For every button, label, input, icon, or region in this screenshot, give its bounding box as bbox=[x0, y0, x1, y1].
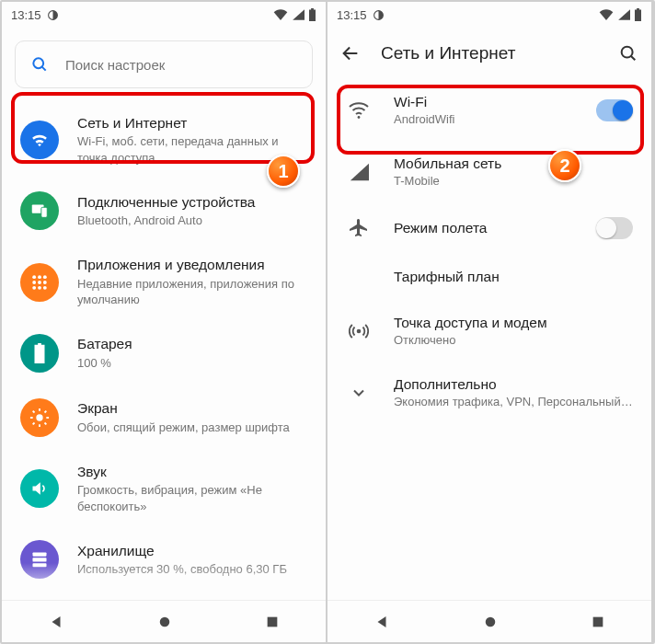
svg-line-21 bbox=[33, 422, 35, 424]
svg-point-9 bbox=[38, 281, 41, 284]
row-title: Сеть и Интернет bbox=[77, 114, 307, 132]
svg-point-5 bbox=[32, 275, 36, 279]
nav-bar bbox=[328, 600, 651, 642]
svg-point-33 bbox=[357, 328, 362, 333]
row-sub: Обои, спящий режим, размер шрифта bbox=[77, 420, 307, 436]
airplane-icon bbox=[346, 217, 372, 239]
svg-line-31 bbox=[631, 56, 635, 60]
row-sound[interactable]: Звук Громкость, вибрация, режим «Не бесп… bbox=[2, 450, 326, 527]
app-bar: Сеть и Интернет bbox=[328, 28, 651, 79]
svg-line-20 bbox=[45, 422, 47, 424]
svg-point-14 bbox=[36, 414, 42, 420]
svg-point-10 bbox=[43, 281, 47, 284]
storage-icon bbox=[20, 540, 59, 579]
network-screen: 13:15 Сеть и Интернет Wi-Fi AndroidWifi bbox=[328, 2, 653, 642]
row-storage[interactable]: Хранилище Используется 30 %, свободно 6,… bbox=[2, 527, 326, 592]
display-icon bbox=[20, 398, 59, 437]
row-wifi[interactable]: Wi-Fi AndroidWifi bbox=[328, 79, 651, 141]
svg-point-13 bbox=[43, 286, 47, 290]
row-title: Точка доступа и модем bbox=[394, 315, 633, 331]
devices-icon bbox=[20, 191, 59, 230]
row-title: Режим полета bbox=[394, 220, 574, 236]
nav-bar bbox=[2, 600, 326, 642]
network-list: Wi-Fi AndroidWifi Мобильная сеть T-Mobil… bbox=[328, 79, 651, 423]
svg-rect-4 bbox=[41, 208, 47, 218]
svg-point-7 bbox=[43, 275, 47, 279]
search-input[interactable] bbox=[65, 57, 297, 73]
row-advanced[interactable]: Дополнительно Экономия трафика, VPN, Пер… bbox=[328, 362, 651, 423]
row-sub: T-Mobile bbox=[394, 174, 633, 188]
settings-list: Сеть и Интернет Wi-Fi, моб. сети, переда… bbox=[2, 98, 326, 642]
search-settings[interactable] bbox=[15, 40, 313, 88]
nav-home-icon[interactable] bbox=[482, 614, 499, 630]
svg-point-1 bbox=[33, 58, 43, 68]
row-sub: Отключено bbox=[394, 333, 633, 347]
nav-back-icon[interactable] bbox=[373, 614, 390, 630]
wifi-status-icon bbox=[599, 9, 614, 20]
status-bar: 13:15 bbox=[328, 2, 651, 28]
page-title: Сеть и Интернет bbox=[381, 43, 515, 63]
status-notification-icon bbox=[373, 9, 385, 21]
row-title: Звук bbox=[77, 463, 307, 480]
settings-screen: 13:15 Сеть и Интернет Wi-Fi, моб. сети, … bbox=[2, 2, 328, 642]
row-sub: Wi-Fi, моб. сети, передача данных и точк… bbox=[77, 133, 307, 166]
row-title: Тарифный план bbox=[394, 269, 633, 285]
svg-point-32 bbox=[358, 116, 361, 119]
search-icon[interactable] bbox=[618, 43, 638, 63]
nav-back-icon[interactable] bbox=[48, 614, 64, 630]
status-time: 13:15 bbox=[11, 8, 41, 22]
hotspot-icon bbox=[346, 320, 372, 342]
battery-status-icon bbox=[308, 8, 316, 21]
row-sub: Используется 30 %, свободно 6,30 ГБ bbox=[77, 561, 307, 578]
row-apps[interactable]: Приложения и уведомления Недавние прилож… bbox=[2, 243, 326, 320]
airplane-toggle[interactable] bbox=[596, 217, 633, 239]
battery-status-icon bbox=[634, 8, 642, 21]
apps-icon bbox=[20, 263, 59, 302]
wifi-status-icon bbox=[273, 9, 288, 20]
svg-line-19 bbox=[33, 411, 35, 413]
back-icon[interactable] bbox=[340, 43, 361, 63]
row-display[interactable]: Экран Обои, спящий режим, размер шрифта bbox=[2, 385, 326, 450]
svg-rect-24 bbox=[33, 558, 47, 562]
row-devices[interactable]: Подключенные устройства Bluetooth, Andro… bbox=[2, 178, 326, 243]
svg-point-12 bbox=[38, 286, 41, 290]
row-title: Батарея bbox=[77, 335, 307, 352]
row-title: Дополнительно bbox=[394, 376, 633, 393]
svg-rect-35 bbox=[593, 616, 603, 627]
row-sub: Экономия трафика, VPN, Персональный DN.. bbox=[394, 395, 633, 408]
row-plan[interactable]: Тарифный план bbox=[328, 254, 651, 300]
row-hotspot[interactable]: Точка доступа и модем Отключено bbox=[328, 300, 651, 362]
svg-rect-27 bbox=[268, 616, 278, 627]
signal-status-icon bbox=[617, 9, 630, 20]
status-time: 13:15 bbox=[337, 8, 367, 22]
nav-home-icon[interactable] bbox=[156, 614, 173, 630]
wifi-toggle[interactable] bbox=[596, 99, 633, 121]
row-title: Мобильная сеть bbox=[394, 155, 633, 172]
row-title: Wi-Fi bbox=[394, 94, 574, 110]
row-sub: Недавние приложения, приложения по умолч… bbox=[77, 276, 307, 308]
row-title: Подключенные устройства bbox=[77, 193, 307, 211]
row-battery[interactable]: Батарея 100 % bbox=[2, 321, 326, 385]
svg-line-2 bbox=[42, 67, 46, 71]
chevron-down-icon bbox=[346, 384, 372, 402]
row-airplane[interactable]: Режим полета bbox=[328, 202, 651, 254]
svg-point-8 bbox=[32, 281, 36, 284]
wifi-icon bbox=[346, 101, 372, 120]
svg-point-11 bbox=[32, 286, 36, 290]
wifi-icon bbox=[20, 121, 59, 159]
svg-rect-23 bbox=[33, 553, 47, 557]
row-sub: 100 % bbox=[77, 355, 307, 372]
row-sub: Bluetooth, Android Auto bbox=[77, 213, 307, 229]
row-network[interactable]: Сеть и Интернет Wi-Fi, моб. сети, переда… bbox=[2, 101, 326, 178]
nav-recent-icon[interactable] bbox=[591, 615, 605, 629]
signal-status-icon bbox=[292, 9, 305, 20]
signal-icon bbox=[346, 163, 372, 181]
svg-point-34 bbox=[486, 616, 496, 627]
status-bar: 13:15 bbox=[2, 2, 326, 28]
row-title: Приложения и уведомления bbox=[77, 256, 307, 273]
row-mobile[interactable]: Мобильная сеть T-Mobile bbox=[328, 141, 651, 202]
search-icon bbox=[30, 55, 49, 74]
nav-recent-icon[interactable] bbox=[265, 615, 280, 629]
svg-point-26 bbox=[160, 616, 170, 627]
battery-icon bbox=[20, 334, 59, 373]
